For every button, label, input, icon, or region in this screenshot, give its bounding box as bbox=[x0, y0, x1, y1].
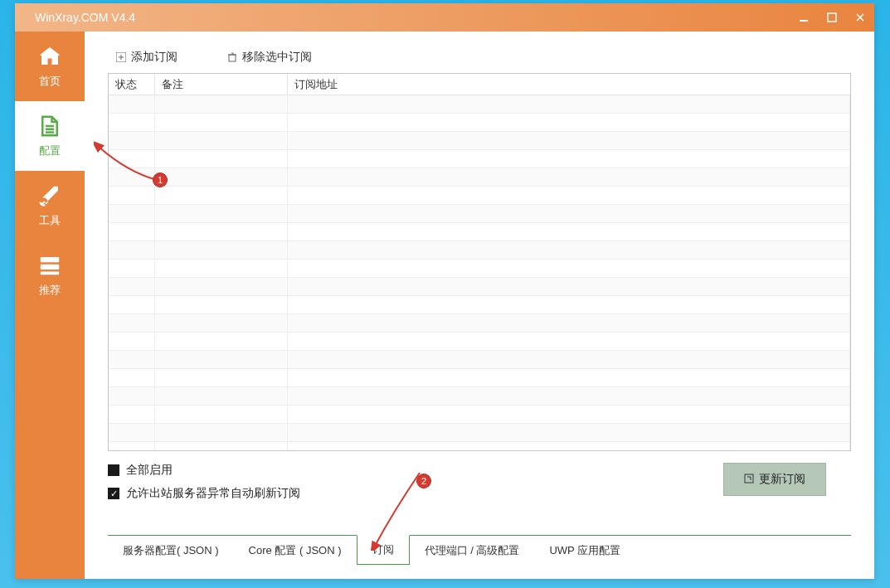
table-row[interactable] bbox=[109, 296, 850, 314]
tab-server-json[interactable]: 服务器配置( JSON ) bbox=[108, 536, 234, 565]
sidebar-item-tools[interactable]: 工具 bbox=[15, 171, 85, 241]
server-icon bbox=[37, 253, 62, 278]
column-header-url[interactable]: 订阅地址 bbox=[288, 74, 850, 95]
table-row[interactable] bbox=[109, 114, 850, 132]
table-row[interactable] bbox=[109, 442, 850, 451]
checkbox-checked-icon bbox=[108, 488, 119, 499]
tab-uwp[interactable]: UWP 应用配置 bbox=[534, 536, 635, 565]
table-row[interactable] bbox=[109, 223, 850, 241]
checkbox-label: 允许出站服务器异常自动刷新订阅 bbox=[126, 486, 300, 501]
svg-rect-0 bbox=[800, 20, 808, 22]
checkbox-icon bbox=[108, 464, 119, 476]
table-row[interactable] bbox=[109, 95, 850, 114]
table-row[interactable] bbox=[109, 132, 850, 150]
sidebar-item-label: 工具 bbox=[39, 213, 61, 228]
sidebar-item-label: 推荐 bbox=[39, 283, 61, 298]
titlebar[interactable]: WinXray.COM V4.4 bbox=[15, 3, 874, 32]
svg-rect-7 bbox=[41, 272, 60, 275]
wrench-icon bbox=[37, 183, 62, 208]
table-row[interactable] bbox=[109, 387, 850, 406]
table-row[interactable] bbox=[109, 333, 850, 351]
content-area: 添加订阅 移除选中订阅 状态 备注 订阅地址 bbox=[85, 32, 874, 579]
column-header-status[interactable]: 状态 bbox=[109, 74, 155, 95]
table-row[interactable] bbox=[109, 369, 850, 387]
table-row[interactable] bbox=[109, 351, 850, 369]
table-row[interactable] bbox=[109, 260, 850, 278]
maximize-button[interactable] bbox=[818, 3, 846, 32]
options-row: 全部启用 允许出站服务器异常自动刷新订阅 更新订阅 bbox=[108, 463, 851, 501]
table-row[interactable] bbox=[109, 187, 850, 205]
add-subscription-label: 添加订阅 bbox=[131, 50, 178, 65]
document-icon bbox=[37, 114, 62, 138]
app-window: WinXray.COM V4.4 首页 bbox=[15, 3, 874, 579]
refresh-icon bbox=[744, 473, 754, 486]
sidebar-item-home[interactable]: 首页 bbox=[15, 32, 85, 101]
body-area: 首页 配置 工具 bbox=[15, 32, 874, 579]
content-toolbar: 添加订阅 移除选中订阅 bbox=[108, 46, 851, 73]
update-button-label: 更新订阅 bbox=[759, 472, 805, 487]
table-row[interactable] bbox=[109, 150, 850, 168]
update-subscription-button[interactable]: 更新订阅 bbox=[723, 463, 826, 496]
subscription-table[interactable]: 状态 备注 订阅地址 bbox=[108, 73, 851, 451]
table-header-row: 状态 备注 订阅地址 bbox=[109, 74, 850, 95]
svg-rect-5 bbox=[41, 257, 60, 262]
window-controls bbox=[790, 3, 874, 32]
plus-box-icon bbox=[116, 52, 126, 62]
tab-subscription[interactable]: 订阅 bbox=[357, 535, 410, 565]
sidebar-item-recommend[interactable]: 推荐 bbox=[15, 241, 85, 310]
table-row[interactable] bbox=[109, 168, 850, 187]
sidebar: 首页 配置 工具 bbox=[15, 32, 85, 579]
table-row[interactable] bbox=[109, 314, 850, 333]
enable-all-checkbox[interactable]: 全部启用 bbox=[108, 463, 300, 478]
close-button[interactable] bbox=[846, 3, 874, 32]
tab-proxy-advanced[interactable]: 代理端口 / 高级配置 bbox=[410, 536, 535, 565]
table-row[interactable] bbox=[109, 424, 850, 442]
svg-rect-9 bbox=[229, 55, 236, 61]
window-title: WinXray.COM V4.4 bbox=[35, 11, 135, 24]
sidebar-item-label: 配置 bbox=[39, 143, 61, 158]
checkbox-label: 全部启用 bbox=[126, 463, 173, 478]
tab-core-json[interactable]: Core 配置 ( JSON ) bbox=[234, 536, 357, 565]
table-row[interactable] bbox=[109, 406, 850, 424]
table-row[interactable] bbox=[109, 278, 850, 296]
svg-rect-1 bbox=[828, 13, 836, 22]
column-header-remark[interactable]: 备注 bbox=[155, 74, 288, 95]
table-body bbox=[109, 95, 850, 450]
trash-icon bbox=[227, 52, 237, 62]
bottom-tabs: 服务器配置( JSON ) Core 配置 ( JSON ) 订阅 代理端口 /… bbox=[108, 535, 851, 566]
auto-refresh-checkbox[interactable]: 允许出站服务器异常自动刷新订阅 bbox=[108, 486, 300, 501]
checkbox-group: 全部启用 允许出站服务器异常自动刷新订阅 bbox=[108, 463, 300, 501]
home-icon bbox=[37, 44, 62, 69]
sidebar-item-config[interactable]: 配置 bbox=[15, 101, 85, 171]
add-subscription-button[interactable]: 添加订阅 bbox=[116, 50, 178, 65]
svg-rect-6 bbox=[41, 265, 60, 270]
table-row[interactable] bbox=[109, 205, 850, 223]
remove-subscription-button[interactable]: 移除选中订阅 bbox=[227, 50, 312, 65]
sidebar-item-label: 首页 bbox=[39, 74, 61, 89]
remove-subscription-label: 移除选中订阅 bbox=[242, 50, 312, 65]
minimize-button[interactable] bbox=[790, 3, 818, 32]
svg-rect-10 bbox=[745, 474, 753, 483]
table-row[interactable] bbox=[109, 241, 850, 260]
